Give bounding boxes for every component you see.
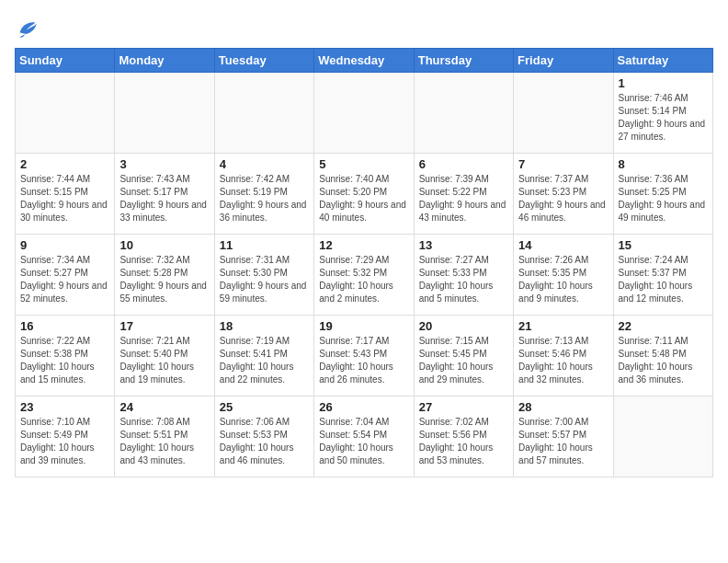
weekday-header-cell: Friday <box>514 49 613 73</box>
calendar-day-cell: 18Sunrise: 7:19 AM Sunset: 5:41 PM Dayli… <box>214 316 313 396</box>
calendar-day-cell: 23Sunrise: 7:10 AM Sunset: 5:49 PM Dayli… <box>16 396 115 477</box>
day-info: Sunrise: 7:22 AM Sunset: 5:38 PM Dayligh… <box>20 335 109 386</box>
day-number: 25 <box>220 400 309 414</box>
day-number: 4 <box>220 157 309 171</box>
calendar-day-cell: 6Sunrise: 7:39 AM Sunset: 5:22 PM Daylig… <box>414 154 513 235</box>
day-info: Sunrise: 7:43 AM Sunset: 5:17 PM Dayligh… <box>119 173 209 224</box>
day-info: Sunrise: 7:37 AM Sunset: 5:23 PM Dayligh… <box>518 173 608 224</box>
day-info: Sunrise: 7:04 AM Sunset: 5:54 PM Dayligh… <box>319 416 408 467</box>
calendar-body: 1Sunrise: 7:46 AM Sunset: 5:14 PM Daylig… <box>16 73 713 477</box>
day-number: 7 <box>518 157 608 171</box>
day-number: 27 <box>419 400 508 414</box>
day-info: Sunrise: 7:11 AM Sunset: 5:48 PM Dayligh… <box>619 335 708 386</box>
day-number: 3 <box>119 157 209 171</box>
day-number: 24 <box>119 400 209 414</box>
day-info: Sunrise: 7:21 AM Sunset: 5:40 PM Dayligh… <box>119 335 209 386</box>
day-info: Sunrise: 7:36 AM Sunset: 5:25 PM Dayligh… <box>619 173 708 224</box>
calendar-week-row: 16Sunrise: 7:22 AM Sunset: 5:38 PM Dayli… <box>16 316 713 396</box>
weekday-header-cell: Tuesday <box>214 49 313 73</box>
calendar-day-cell <box>16 73 115 154</box>
day-number: 22 <box>619 319 708 333</box>
calendar-day-cell: 12Sunrise: 7:29 AM Sunset: 5:32 PM Dayli… <box>314 235 414 316</box>
day-number: 17 <box>119 319 209 333</box>
calendar-day-cell: 5Sunrise: 7:40 AM Sunset: 5:20 PM Daylig… <box>314 154 414 235</box>
calendar-day-cell <box>214 73 313 154</box>
calendar-day-cell: 24Sunrise: 7:08 AM Sunset: 5:51 PM Dayli… <box>115 396 214 477</box>
calendar-day-cell: 9Sunrise: 7:34 AM Sunset: 5:27 PM Daylig… <box>16 235 115 316</box>
calendar-day-cell: 11Sunrise: 7:31 AM Sunset: 5:30 PM Dayli… <box>214 235 313 316</box>
calendar-day-cell: 3Sunrise: 7:43 AM Sunset: 5:17 PM Daylig… <box>115 154 214 235</box>
day-info: Sunrise: 7:02 AM Sunset: 5:56 PM Dayligh… <box>419 416 508 467</box>
day-info: Sunrise: 7:10 AM Sunset: 5:49 PM Dayligh… <box>20 416 109 467</box>
day-number: 1 <box>619 76 708 90</box>
weekday-header-row: SundayMondayTuesdayWednesdayThursdayFrid… <box>16 49 713 73</box>
weekday-header-cell: Thursday <box>414 49 513 73</box>
calendar-day-cell: 16Sunrise: 7:22 AM Sunset: 5:38 PM Dayli… <box>16 316 115 396</box>
day-info: Sunrise: 7:19 AM Sunset: 5:41 PM Dayligh… <box>220 335 309 386</box>
day-number: 8 <box>619 157 708 171</box>
calendar-day-cell: 14Sunrise: 7:26 AM Sunset: 5:35 PM Dayli… <box>514 235 613 316</box>
day-number: 26 <box>319 400 408 414</box>
weekday-header-cell: Saturday <box>613 49 712 73</box>
day-info: Sunrise: 7:44 AM Sunset: 5:15 PM Dayligh… <box>20 173 109 224</box>
day-number: 14 <box>518 238 608 252</box>
calendar-week-row: 2Sunrise: 7:44 AM Sunset: 5:15 PM Daylig… <box>16 154 713 235</box>
day-info: Sunrise: 7:29 AM Sunset: 5:32 PM Dayligh… <box>319 254 408 305</box>
day-number: 23 <box>20 400 109 414</box>
calendar-day-cell: 10Sunrise: 7:32 AM Sunset: 5:28 PM Dayli… <box>115 235 214 316</box>
calendar-week-row: 23Sunrise: 7:10 AM Sunset: 5:49 PM Dayli… <box>16 396 713 477</box>
day-number: 15 <box>619 238 708 252</box>
day-info: Sunrise: 7:31 AM Sunset: 5:30 PM Dayligh… <box>220 254 309 305</box>
calendar-day-cell: 7Sunrise: 7:37 AM Sunset: 5:23 PM Daylig… <box>514 154 613 235</box>
calendar-day-cell: 2Sunrise: 7:44 AM Sunset: 5:15 PM Daylig… <box>16 154 115 235</box>
calendar-day-cell: 20Sunrise: 7:15 AM Sunset: 5:45 PM Dayli… <box>414 316 513 396</box>
calendar-day-cell: 13Sunrise: 7:27 AM Sunset: 5:33 PM Dayli… <box>414 235 513 316</box>
day-info: Sunrise: 7:17 AM Sunset: 5:43 PM Dayligh… <box>319 335 408 386</box>
weekday-header-cell: Sunday <box>16 49 115 73</box>
calendar-day-cell <box>613 396 712 477</box>
day-number: 10 <box>119 238 209 252</box>
day-number: 12 <box>319 238 408 252</box>
day-number: 28 <box>518 400 608 414</box>
calendar-day-cell: 25Sunrise: 7:06 AM Sunset: 5:53 PM Dayli… <box>214 396 313 477</box>
day-number: 5 <box>319 157 408 171</box>
calendar-day-cell: 28Sunrise: 7:00 AM Sunset: 5:57 PM Dayli… <box>514 396 613 477</box>
calendar-day-cell: 27Sunrise: 7:02 AM Sunset: 5:56 PM Dayli… <box>414 396 513 477</box>
day-number: 16 <box>20 319 109 333</box>
day-info: Sunrise: 7:34 AM Sunset: 5:27 PM Dayligh… <box>20 254 109 305</box>
calendar-day-cell: 8Sunrise: 7:36 AM Sunset: 5:25 PM Daylig… <box>613 154 712 235</box>
day-info: Sunrise: 7:40 AM Sunset: 5:20 PM Dayligh… <box>319 173 408 224</box>
day-number: 19 <box>319 319 408 333</box>
day-info: Sunrise: 7:08 AM Sunset: 5:51 PM Dayligh… <box>119 416 209 467</box>
calendar-week-row: 9Sunrise: 7:34 AM Sunset: 5:27 PM Daylig… <box>16 235 713 316</box>
day-info: Sunrise: 7:13 AM Sunset: 5:46 PM Dayligh… <box>518 335 608 386</box>
calendar-day-cell: 15Sunrise: 7:24 AM Sunset: 5:37 PM Dayli… <box>613 235 712 316</box>
calendar-day-cell <box>514 73 613 154</box>
day-info: Sunrise: 7:26 AM Sunset: 5:35 PM Dayligh… <box>518 254 608 305</box>
calendar-day-cell: 21Sunrise: 7:13 AM Sunset: 5:46 PM Dayli… <box>514 316 613 396</box>
calendar-day-cell <box>414 73 513 154</box>
day-number: 2 <box>20 157 109 171</box>
calendar-day-cell <box>115 73 214 154</box>
day-info: Sunrise: 7:24 AM Sunset: 5:37 PM Dayligh… <box>619 254 708 305</box>
calendar-day-cell: 22Sunrise: 7:11 AM Sunset: 5:48 PM Dayli… <box>613 316 712 396</box>
logo-bird-icon <box>15 15 40 40</box>
day-info: Sunrise: 7:32 AM Sunset: 5:28 PM Dayligh… <box>119 254 209 305</box>
calendar-day-cell: 26Sunrise: 7:04 AM Sunset: 5:54 PM Dayli… <box>314 396 414 477</box>
calendar-day-cell: 4Sunrise: 7:42 AM Sunset: 5:19 PM Daylig… <box>214 154 313 235</box>
day-number: 21 <box>518 319 608 333</box>
day-info: Sunrise: 7:00 AM Sunset: 5:57 PM Dayligh… <box>518 416 608 467</box>
calendar-week-row: 1Sunrise: 7:46 AM Sunset: 5:14 PM Daylig… <box>16 73 713 154</box>
day-number: 20 <box>419 319 508 333</box>
page-header <box>15 15 713 40</box>
calendar-day-cell: 1Sunrise: 7:46 AM Sunset: 5:14 PM Daylig… <box>613 73 712 154</box>
day-number: 13 <box>419 238 508 252</box>
logo <box>15 15 44 40</box>
day-info: Sunrise: 7:39 AM Sunset: 5:22 PM Dayligh… <box>419 173 508 224</box>
calendar-day-cell: 17Sunrise: 7:21 AM Sunset: 5:40 PM Dayli… <box>115 316 214 396</box>
day-number: 11 <box>220 238 309 252</box>
day-number: 9 <box>20 238 109 252</box>
calendar-day-cell <box>314 73 414 154</box>
day-info: Sunrise: 7:46 AM Sunset: 5:14 PM Dayligh… <box>619 92 708 144</box>
weekday-header-cell: Wednesday <box>314 49 414 73</box>
